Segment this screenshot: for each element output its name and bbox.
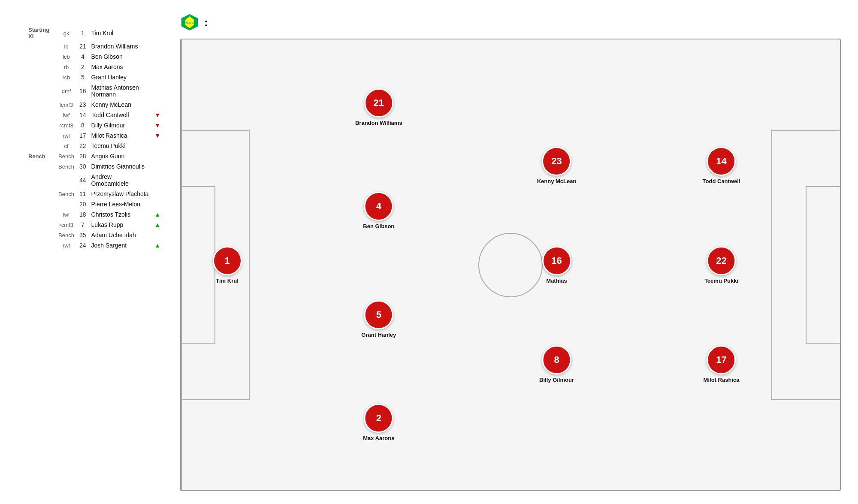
player-token-dmf[interactable]: 16Mathias <box>542 246 571 284</box>
player-position <box>56 172 77 189</box>
player-number: 35 <box>77 230 89 240</box>
player-name: Kenny McLean <box>89 100 152 110</box>
player-name: Adam Uche Idah <box>89 230 152 240</box>
substitution-arrow <box>152 230 163 240</box>
section-label: Bench <box>26 151 56 161</box>
player-circle: 16 <box>542 246 571 275</box>
player-token-rcb[interactable]: 5Grant Hanley <box>361 300 396 338</box>
player-token-gk[interactable]: 1Tim Krul <box>213 246 242 284</box>
player-position: lcmf3 <box>56 100 77 110</box>
player-name: Teemu Pukki <box>89 141 152 151</box>
player-token-label: Brandon Williams <box>355 120 402 126</box>
section-label <box>26 51 56 62</box>
player-number: 44 <box>77 172 89 189</box>
substitution-arrow <box>152 141 163 151</box>
substitution-arrow: ▲ <box>152 220 163 230</box>
substitution-arrow <box>152 189 163 199</box>
substitution-arrow <box>152 161 163 172</box>
player-number: 17 <box>77 130 89 141</box>
left-penalty-area <box>181 186 215 344</box>
player-name: Andrew Omobamidele <box>89 172 152 189</box>
player-token-label: Grant Hanley <box>361 332 396 338</box>
player-position: Bench <box>56 151 77 161</box>
player-number: 23 <box>77 100 89 110</box>
player-circle: 4 <box>364 192 393 221</box>
player-number: 20 <box>77 199 89 209</box>
player-number: 2 <box>77 62 89 72</box>
player-number: 18 <box>77 209 89 220</box>
player-name: Ben Gibson <box>89 51 152 62</box>
player-token-label: Billy Gilmour <box>539 377 574 383</box>
player-token-label: Todd Cantwell <box>703 178 740 184</box>
player-number: 5 <box>77 72 89 82</box>
substitution-arrow: ▼ <box>152 130 163 141</box>
section-label <box>26 172 56 189</box>
player-token-lwf[interactable]: 14Todd Cantwell <box>703 147 740 184</box>
player-circle: 22 <box>707 246 736 275</box>
substitution-arrow <box>152 100 163 110</box>
player-name: Lukas Rupp <box>89 220 152 230</box>
player-position: rb <box>56 62 77 72</box>
player-circle: 21 <box>364 88 393 118</box>
player-token-lcmf[interactable]: 23Kenny McLean <box>537 147 577 184</box>
player-token-lb[interactable]: 21Brandon Williams <box>355 88 402 126</box>
player-token-rwf[interactable]: 17Milot Rashica <box>704 345 740 383</box>
substitution-arrow: ▼ <box>152 110 163 120</box>
section-label <box>26 141 56 151</box>
section-label <box>26 72 56 82</box>
player-number: 22 <box>77 141 89 151</box>
player-name: Todd Cantwell <box>89 110 152 120</box>
section-label <box>26 220 56 230</box>
player-number: 24 <box>77 240 89 250</box>
player-name: Billy Gilmour <box>89 120 152 130</box>
player-token-rcmf[interactable]: 8Billy Gilmour <box>539 345 574 383</box>
left-panel: Starting XIgk1Tim Krullb21Brandon Willia… <box>0 0 172 504</box>
substitution-arrow <box>152 62 163 72</box>
section-label <box>26 199 56 209</box>
player-name: Angus Gunn <box>89 151 152 161</box>
player-circle: 17 <box>707 345 736 374</box>
substitution-arrow <box>152 151 163 161</box>
player-position <box>56 199 77 209</box>
pitch-title: : <box>204 16 208 29</box>
player-position: rwf <box>56 240 77 250</box>
right-penalty-area <box>806 186 840 344</box>
substitution-arrow <box>152 72 163 82</box>
player-number: 1 <box>77 25 89 41</box>
player-number: 21 <box>77 41 89 51</box>
player-token-label: Ben Gibson <box>363 223 394 229</box>
player-position: cf <box>56 141 77 151</box>
section-label <box>26 110 56 120</box>
player-circle: 14 <box>707 147 736 176</box>
player-token-lcb[interactable]: 4Ben Gibson <box>363 192 394 229</box>
player-token-cf[interactable]: 22Teemu Pukki <box>704 246 738 284</box>
player-name: Max Aarons <box>89 62 152 72</box>
player-number: 7 <box>77 220 89 230</box>
player-token-rb[interactable]: 2Max Aarons <box>363 404 394 441</box>
player-number: 14 <box>77 110 89 120</box>
section-label <box>26 189 56 199</box>
section-label <box>26 82 56 100</box>
player-name: Przemyslaw Placheta <box>89 189 152 199</box>
player-position: rcmf3 <box>56 220 77 230</box>
player-name: Brandon Williams <box>89 41 152 51</box>
player-number: 16 <box>77 82 89 100</box>
player-number: 4 <box>77 51 89 62</box>
substitution-arrow: ▲ <box>152 240 163 250</box>
pitch-header: NCFC : <box>180 13 841 32</box>
substitution-arrow <box>152 172 163 189</box>
player-name: Josh Sargent <box>89 240 152 250</box>
player-position: Bench <box>56 189 77 199</box>
player-number: 28 <box>77 151 89 161</box>
player-token-label: Milot Rashica <box>704 377 740 383</box>
player-token-label: Mathias <box>546 278 567 284</box>
player-position: dmf <box>56 82 77 100</box>
player-token-label: Kenny McLean <box>537 178 577 184</box>
player-position: Bench <box>56 230 77 240</box>
player-number: 30 <box>77 161 89 172</box>
section-label <box>26 120 56 130</box>
substitution-arrow: ▲ <box>152 209 163 220</box>
player-name: Grant Hanley <box>89 72 152 82</box>
substitution-arrow <box>152 51 163 62</box>
player-circle: 1 <box>213 246 242 275</box>
